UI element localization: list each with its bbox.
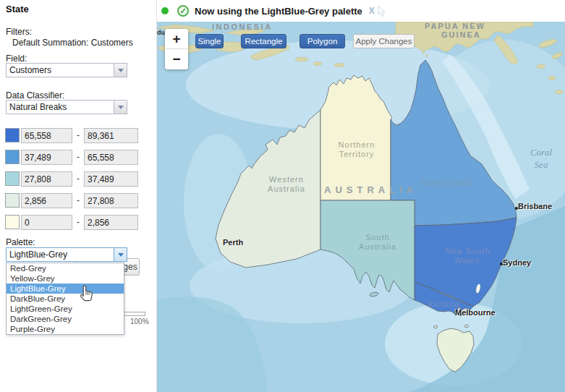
- palette-options-list: Red-Grey Yellow-Grey LightBlue-Grey Dark…: [6, 263, 124, 335]
- brisbane-marker: [515, 207, 518, 210]
- apply-changes-button[interactable]: Apply Changes: [353, 34, 415, 48]
- rectangle-button[interactable]: Rectangle: [241, 34, 286, 48]
- notification-bar: ✓ Now using the LightBlue-Grey palette X: [157, 0, 565, 22]
- page-title: State: [6, 4, 29, 14]
- zoom-control: + −: [165, 29, 188, 69]
- status-dot-icon: [161, 7, 169, 14]
- range-dash: -: [75, 195, 82, 205]
- range-swatch: [5, 171, 20, 186]
- field-select[interactable]: Customers: [6, 63, 127, 77]
- islet: [434, 325, 438, 328]
- classifier-select-value: Natural Breaks: [7, 101, 114, 114]
- range-row: -: [0, 128, 157, 144]
- palette-option[interactable]: Yellow-Grey: [7, 273, 124, 284]
- zoom-out-button[interactable]: −: [165, 49, 188, 69]
- range-dash: -: [75, 217, 82, 227]
- palette-option[interactable]: LightGreen-Grey: [7, 304, 124, 314]
- filters-label: Filters:: [6, 27, 32, 37]
- chevron-down-icon: [118, 106, 124, 109]
- field-label: Field:: [6, 54, 27, 64]
- range-row: -: [0, 215, 157, 231]
- range-to-input[interactable]: [84, 215, 138, 230]
- zoom-in-button[interactable]: +: [165, 29, 188, 49]
- palette-option[interactable]: DarkGreen-Grey: [7, 314, 124, 324]
- notification-close-icon[interactable]: X: [369, 6, 375, 16]
- range-from-input[interactable]: [21, 215, 72, 230]
- palette-option-selected[interactable]: LightBlue-Grey: [7, 284, 124, 294]
- app-window: State Filters: Default Summation: Custom…: [0, 0, 565, 392]
- classifier-select[interactable]: Natural Breaks: [6, 100, 127, 114]
- range-from-input[interactable]: [21, 171, 72, 187]
- single-button[interactable]: Single: [195, 34, 224, 48]
- range-dash: -: [75, 174, 82, 184]
- palette-option[interactable]: Purple-Grey: [7, 324, 124, 334]
- classifier-dropdown-trigger[interactable]: [114, 101, 127, 114]
- range-dash: -: [75, 152, 82, 162]
- sydney-marker: [500, 263, 503, 265]
- range-from-input[interactable]: [21, 128, 72, 143]
- range-swatch: [5, 128, 20, 142]
- range-dash: -: [75, 130, 82, 140]
- islet: [465, 325, 469, 328]
- mouse-cursor-icon: [377, 5, 386, 17]
- range-from-input[interactable]: [21, 150, 72, 165]
- range-swatch: [5, 215, 20, 229]
- palette-select-value: LightBlue-Grey: [7, 248, 114, 261]
- notification-message: Now using the LightBlue-Grey palette: [195, 6, 362, 17]
- palette-option[interactable]: Red-Grey: [7, 263, 124, 273]
- range-to-input[interactable]: [84, 193, 138, 208]
- range-from-input[interactable]: [21, 193, 72, 208]
- chevron-down-icon: [118, 253, 124, 257]
- filters-value: Default Summation: Customers: [12, 38, 133, 48]
- range-swatch: [5, 150, 20, 164]
- melbourne-marker: [459, 313, 462, 316]
- palette-select[interactable]: LightBlue-Grey: [6, 247, 127, 262]
- sidebar-panel: State Filters: Default Summation: Custom…: [0, 0, 157, 392]
- palette-dropdown-trigger[interactable]: [114, 248, 127, 261]
- chevron-down-icon: [118, 69, 124, 72]
- range-row: -: [0, 193, 157, 209]
- range-row: -: [0, 171, 157, 187]
- range-row: -: [0, 150, 157, 166]
- map-area: ✓ Now using the LightBlue-Grey palette X: [157, 0, 565, 392]
- hand-cursor-icon: [77, 283, 95, 303]
- range-swatch: [5, 193, 20, 208]
- map-canvas[interactable]: INDONESIA PAPUA NEW GUINEA AUSTRALIA Cor…: [157, 22, 565, 392]
- palette-label: Palette:: [6, 237, 35, 247]
- polygon-button[interactable]: Polygon: [300, 34, 345, 48]
- classifier-label: Data Classifier:: [6, 90, 64, 101]
- range-to-input[interactable]: [84, 150, 138, 165]
- palette-option[interactable]: DarkBlue-Grey: [7, 294, 124, 304]
- field-select-value: Customers: [7, 64, 114, 77]
- range-to-input[interactable]: [84, 171, 138, 187]
- field-dropdown-trigger[interactable]: [114, 64, 127, 77]
- opacity-slider-value: 100%: [130, 318, 149, 325]
- range-to-input[interactable]: [84, 128, 138, 143]
- success-check-icon: ✓: [177, 5, 189, 17]
